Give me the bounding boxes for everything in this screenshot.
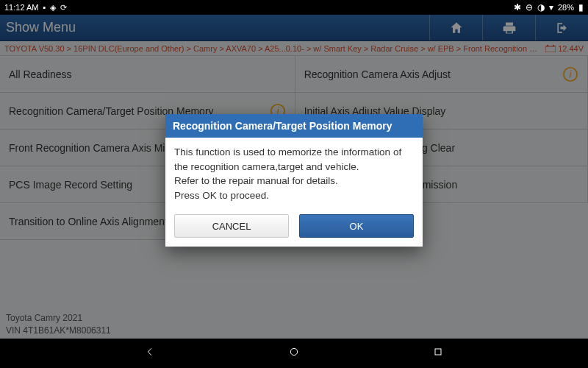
ok-label: OK	[350, 221, 364, 232]
back-icon	[144, 346, 156, 358]
circle-icon	[288, 346, 300, 358]
square-icon	[432, 346, 444, 358]
sync-icon: ⟳	[60, 3, 67, 13]
status-time: 11:12 AM	[4, 3, 38, 12]
dnd-icon: ⊖	[526, 2, 533, 13]
recents-button[interactable]	[432, 346, 444, 361]
nfc-icon: ◑	[537, 2, 545, 13]
svg-point-7	[290, 348, 297, 355]
bluetooth-icon: ✱	[514, 2, 521, 13]
back-button[interactable]	[144, 346, 156, 361]
android-nav-bar	[0, 339, 588, 368]
android-status-bar: 11:12 AM ▪ ◈ ⟳ ✱ ⊖ ◑ ▾ 28% ▮	[0, 0, 588, 15]
svg-rect-8	[435, 349, 441, 355]
home-nav-button[interactable]	[288, 346, 300, 361]
dialog-text-2: Refer to the repair manual for details.	[174, 174, 414, 188]
dialog-body: This function is used to memorize the in…	[165, 138, 423, 214]
dialog-text-1: This function is used to memorize the in…	[174, 145, 414, 174]
save-icon: ▪	[43, 3, 46, 12]
cancel-label: CANCEL	[212, 221, 251, 232]
dialog-title: Recognition Camera/Target Position Memor…	[165, 114, 423, 138]
dialog: Recognition Camera/Target Position Memor…	[165, 114, 423, 247]
cancel-button[interactable]: CANCEL	[174, 214, 289, 238]
wifi-icon: ◈	[50, 3, 56, 13]
battery-icon: ▮	[578, 2, 584, 13]
dialog-text-3: Press OK to proceed.	[174, 188, 414, 203]
battery-text: 28%	[558, 3, 574, 12]
signal-icon: ▾	[549, 2, 553, 13]
ok-button[interactable]: OK	[299, 214, 414, 238]
